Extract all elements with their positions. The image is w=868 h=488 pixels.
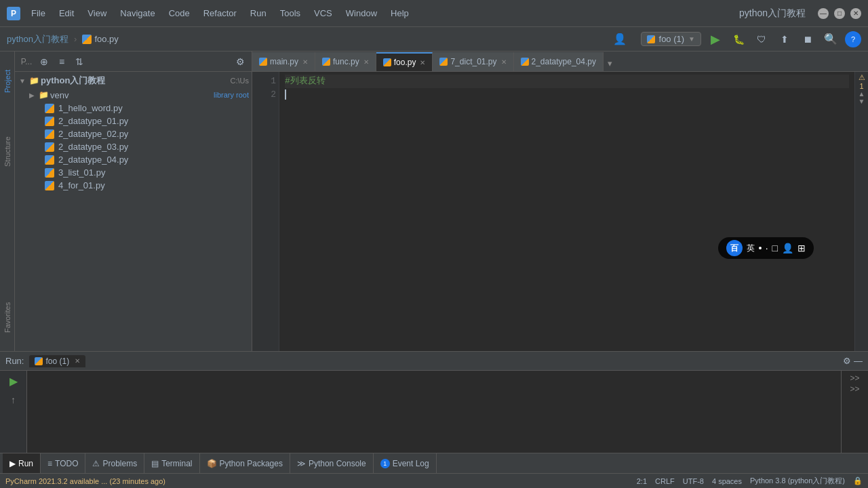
run-button[interactable]: ▶ [707, 30, 724, 48]
ime-dot [759, 247, 762, 249]
locate-file-btn[interactable]: ⊕ [37, 54, 52, 69]
todo-tab-icon: ≡ [47, 459, 52, 468]
file-label-1: 1_hello_word.py [58, 103, 249, 113]
code-line-2 [285, 88, 849, 102]
file-2_datatype_03[interactable]: 2_datatype_03.py [15, 140, 252, 153]
bottom-sidebar-tools: ▶ ↑ [0, 371, 27, 453]
update-status[interactable]: PyCharm 2021.3.2 available ... (23 minut… [5, 477, 165, 485]
tab-2datatype-label: 2_datatype_04.py [532, 57, 596, 66]
bottom-tab-python-packages[interactable]: 📦 Python Packages [200, 453, 290, 474]
structure-panel-toggle[interactable]: Structure [1, 125, 14, 179]
file-py-icon-5 [45, 155, 54, 165]
run-scroll-up-btn[interactable]: ↑ [6, 392, 21, 407]
menu-code[interactable]: Code [163, 5, 195, 21]
python-console-text: Python Console [309, 459, 366, 468]
bottom-more-btn1[interactable]: >> [850, 373, 859, 383]
project-panel-toggle[interactable]: Project [1, 54, 14, 108]
menu-edit[interactable]: Edit [54, 5, 79, 21]
menu-tools[interactable]: Tools [275, 5, 306, 21]
warning-nav-up[interactable]: ▲ [859, 90, 865, 98]
file-2_datatype_01[interactable]: 2_datatype_01.py [15, 115, 252, 127]
venv-item[interactable]: ▶ 📁 venv library root [15, 88, 252, 102]
ime-lang[interactable]: 英 [747, 243, 755, 254]
status-encoding[interactable]: UTF-8 [683, 476, 704, 486]
user-icon-btn[interactable]: 👤 [612, 32, 627, 47]
menu-vcs[interactable]: VCS [309, 5, 338, 21]
tree-root-item[interactable]: ▼ 📁 python入门教程 C:\Us [15, 73, 252, 88]
tab-7dict-icon [439, 58, 448, 66]
file-2_datatype_02[interactable]: 2_datatype_02.py [15, 127, 252, 140]
close-button[interactable]: ✕ [850, 8, 861, 19]
bottom-minimize-btn[interactable]: — [854, 356, 863, 366]
sort-btn[interactable]: ⇅ [72, 54, 87, 69]
bottom-tab-todo[interactable]: ≡ TODO [41, 453, 85, 474]
project-title-btn[interactable]: P... [19, 54, 34, 69]
venv-expand-icon[interactable]: ▶ [27, 90, 37, 100]
tab-foo-close[interactable]: ✕ [420, 59, 425, 66]
search-button[interactable]: 🔍 [822, 30, 840, 48]
editor-textarea[interactable]: #列表反转 [279, 72, 854, 351]
tab-foo-py[interactable]: foo.py ✕ [376, 52, 433, 71]
file-1_hello_word[interactable]: 1_hello_word.py [15, 102, 252, 115]
file-3_list_01[interactable]: 3_list_01.py [15, 166, 252, 179]
file-label-4: 2_datatype_03.py [58, 142, 249, 152]
maximize-button[interactable]: □ [834, 8, 845, 19]
tab-overflow-btn[interactable]: ▾ [604, 56, 616, 71]
tab-foo-label: foo.py [394, 58, 416, 67]
bottom-tab-terminal[interactable]: ▤ Terminal [144, 453, 199, 474]
root-expand-icon[interactable]: ▼ [18, 76, 27, 85]
status-indent[interactable]: 4 spaces [712, 476, 742, 486]
code-comment-1: #列表反转 [285, 76, 326, 86]
status-line-ending[interactable]: CRLF [655, 476, 675, 486]
run-config-dropdown[interactable]: foo (1) ▼ [641, 32, 701, 46]
ime-btn-4[interactable]: ⊞ [797, 243, 806, 253]
status-right-items: 2:1 CRLF UTF-8 4 spaces Python 3.8 (pyth… [637, 476, 863, 486]
bottom-tab-problems[interactable]: ⚠ Problems [85, 453, 144, 474]
status-line-col[interactable]: 2:1 [637, 476, 647, 486]
run-with-coverage-button[interactable]: ⬆ [776, 30, 793, 48]
tab-main-py[interactable]: main.py ✕ [252, 52, 315, 71]
bottom-tab-python-console[interactable]: ≫ Python Console [290, 453, 374, 474]
tab-7dict-label: 7_dict_01.py [450, 57, 496, 66]
menu-run[interactable]: Run [245, 5, 272, 21]
debug-button[interactable]: 🐛 [730, 30, 747, 48]
menu-view[interactable]: View [82, 5, 112, 21]
warning-nav-down[interactable]: ▼ [859, 98, 865, 105]
help-icon-button[interactable]: ? [845, 31, 861, 47]
minimize-button[interactable]: — [818, 8, 829, 19]
tab-2datatype[interactable]: 2_datatype_04.py [514, 52, 604, 71]
ime-btn-2[interactable]: □ [772, 243, 778, 253]
bottom-more-btn2[interactable]: >> [850, 384, 859, 394]
collapse-btn[interactable]: ≡ [54, 54, 69, 69]
menu-refactor[interactable]: Refactor [198, 5, 242, 21]
tab-7dict[interactable]: 7_dict_01.py ✕ [433, 52, 513, 71]
menu-help[interactable]: Help [385, 5, 414, 21]
editor-content[interactable]: 1 2 #列表反转 ⚠ 1 ▲ ▼ [252, 72, 868, 351]
file-2_datatype_04[interactable]: 2_datatype_04.py [15, 153, 252, 166]
menu-bar: File Edit View Navigate Code Refactor Ru… [26, 5, 414, 21]
coverage-button[interactable]: 🛡 [753, 30, 770, 48]
tab-main-close[interactable]: ✕ [302, 58, 308, 66]
bottom-tab-event-log[interactable]: 1 Event Log [374, 453, 437, 474]
run-tab[interactable]: foo (1) ✕ [29, 355, 85, 367]
menu-navigate[interactable]: Navigate [115, 5, 160, 21]
tab-func-close[interactable]: ✕ [363, 58, 369, 66]
menu-file[interactable]: File [26, 5, 51, 21]
run-play-btn[interactable]: ▶ [6, 373, 21, 388]
run-tab-close[interactable]: ✕ [75, 357, 80, 365]
bottom-settings-btn[interactable]: ⚙ [843, 356, 851, 366]
tab-7dict-close[interactable]: ✕ [501, 58, 507, 66]
ime-btn-1[interactable]: · [766, 243, 768, 253]
run-output-area[interactable] [27, 371, 841, 453]
tab-func-py[interactable]: func.py ✕ [315, 52, 376, 71]
nav-project-name[interactable]: python入门教程 [7, 33, 68, 45]
favorites-panel-toggle[interactable]: Favorites [1, 290, 14, 344]
menu-window[interactable]: Window [340, 5, 382, 21]
status-python-version[interactable]: Python 3.8 (python入门教程) [750, 476, 845, 486]
stop-button[interactable]: ⏹ [799, 30, 816, 48]
ime-btn-3[interactable]: 👤 [782, 243, 793, 253]
settings-btn[interactable]: ⚙ [233, 54, 248, 69]
bottom-more-tools: >> >> [841, 371, 868, 453]
bottom-tab-run[interactable]: ▶ Run [3, 453, 41, 474]
file-4_for_01[interactable]: 4_for_01.py [15, 179, 252, 192]
